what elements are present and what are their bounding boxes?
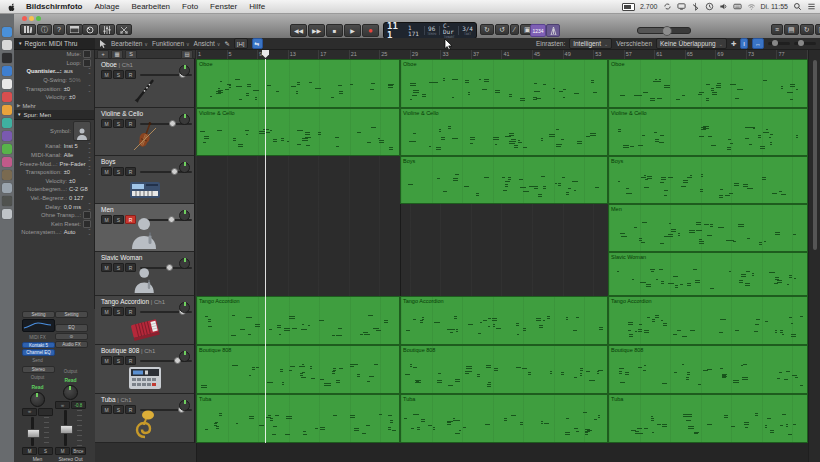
inspector-value[interactable]: ±0 <box>69 178 91 184</box>
vertical-scrollbar[interactable] <box>813 60 817 250</box>
track-header-boys[interactable]: BoysMSR <box>95 156 195 204</box>
track-header-oboe[interactable]: Oboe | Ch1MSR <box>95 59 195 108</box>
peak-display[interactable]: ∞ <box>55 401 70 409</box>
mute-button[interactable]: M <box>22 447 37 455</box>
strip-button[interactable]: Setting <box>22 311 55 318</box>
master-volume-slider[interactable] <box>637 27 691 34</box>
track-mute-button[interactable]: M <box>101 167 112 176</box>
midi-region[interactable]: Boutique 808 <box>196 345 400 394</box>
zoom-window-button[interactable] <box>36 16 41 21</box>
track-pan-knob[interactable] <box>179 351 190 362</box>
pan-knob[interactable] <box>63 385 78 400</box>
volume-icon[interactable] <box>719 2 728 11</box>
menu-item-ablage[interactable]: Ablage <box>88 2 125 11</box>
fader-cap[interactable] <box>60 425 73 434</box>
track-symbol-well[interactable] <box>73 121 91 141</box>
snap-dropdown[interactable]: Intelligent⌄ <box>569 38 612 49</box>
dock-app-icon[interactable] <box>2 157 12 167</box>
midi-region[interactable]: Tuba <box>196 394 400 443</box>
pencil-tool-icon[interactable]: ✎ <box>224 40 229 48</box>
dock-app-icon[interactable] <box>2 144 12 154</box>
marquee-tool-button[interactable]: [H] <box>234 38 248 49</box>
track-pan-knob[interactable] <box>179 114 190 125</box>
dock-app-icon[interactable] <box>2 183 12 193</box>
arrange-area[interactable]: OboeOboeOboeVioline & CelloVioline & Cel… <box>196 59 808 462</box>
header-options-icon[interactable]: ▤ <box>181 50 193 59</box>
solo-button[interactable]: Bnce <box>71 447 86 455</box>
display-icon[interactable] <box>677 2 686 11</box>
track-record-button[interactable]: R <box>125 167 136 176</box>
midi-region[interactable]: Violine & Cello <box>608 108 808 156</box>
horizontal-zoom-slider[interactable] <box>794 42 816 45</box>
midi-region[interactable]: Oboe <box>400 59 608 108</box>
automation-mode[interactable]: Read <box>55 376 86 384</box>
dock-app-icon[interactable] <box>2 92 12 102</box>
inspector-value[interactable]: Alle <box>64 152 86 158</box>
track-solo-button[interactable]: S <box>113 356 124 365</box>
track-pan-knob[interactable] <box>179 65 190 76</box>
battery-icon[interactable] <box>622 3 635 11</box>
menu-clock[interactable]: Di. 11:55 <box>761 3 789 10</box>
plugin-slot[interactable]: Kontakt 5 <box>22 342 55 348</box>
duplicate-track-button[interactable]: ▦ <box>111 50 123 59</box>
track-mute-button[interactable]: M <box>101 356 112 365</box>
stepper-icon[interactable]: ⌃⌄ <box>88 169 91 175</box>
track-solo-button[interactable]: S <box>113 307 124 316</box>
track-header-slavic-woman[interactable]: Slavic WomanMSR <box>95 252 195 296</box>
dock-app-icon[interactable] <box>2 105 12 115</box>
track-header-violine-cello[interactable]: Violine & CelloMSR <box>95 108 195 156</box>
stepper-icon[interactable]: ⌃⌄ <box>88 68 91 74</box>
track-pan-knob[interactable] <box>179 210 190 221</box>
peak-display[interactable]: ∞ <box>22 408 37 416</box>
global-solo-button[interactable]: S <box>125 50 137 59</box>
inspector-checkbox[interactable] <box>83 59 91 67</box>
track-mute-button[interactable]: M <box>101 307 112 316</box>
fader-cap[interactable] <box>27 429 40 438</box>
track-pan-knob[interactable] <box>179 400 190 411</box>
menu-item-hilfe[interactable]: Hilfe <box>243 2 271 11</box>
mixer-button[interactable] <box>99 24 115 35</box>
media-browser-button[interactable]: ◫ <box>815 24 820 35</box>
close-window-button[interactable] <box>22 16 27 21</box>
play-button[interactable]: ▶ <box>344 24 361 37</box>
track-mute-button[interactable]: M <box>101 405 112 414</box>
gain-display[interactable] <box>38 408 53 416</box>
inspector-value[interactable]: aus <box>64 68 86 74</box>
stepper-icon[interactable]: ⌃⌄ <box>88 203 91 209</box>
stepper-icon[interactable]: ⌃⌄ <box>88 85 91 91</box>
minimize-window-button[interactable] <box>29 16 34 21</box>
region-inspector-header[interactable]: ▼Region: MIDI Thru <box>14 38 95 50</box>
catch-playhead-button[interactable]: ⇆ <box>252 38 263 49</box>
track-solo-button[interactable]: S <box>113 215 124 224</box>
inspector-value[interactable]: 50% <box>69 77 91 83</box>
volume-fader[interactable] <box>55 410 86 446</box>
metronome-button[interactable] <box>546 24 560 37</box>
autopunch-button[interactable]: ⁄ <box>510 24 519 35</box>
stepper-icon[interactable]: ⌃⌄ <box>88 152 91 158</box>
timemachine-icon[interactable] <box>705 2 714 11</box>
solo-button[interactable]: S <box>38 447 53 455</box>
track-pan-knob[interactable] <box>179 302 190 313</box>
stepper-icon[interactable]: ⌃⌄ <box>88 143 91 149</box>
inspector-checkbox[interactable] <box>83 211 91 219</box>
midi-region[interactable]: Violine & Cello <box>196 108 400 156</box>
playhead[interactable] <box>265 59 266 443</box>
library-button[interactable] <box>20 24 36 35</box>
midi-region[interactable]: Boutique 808 <box>400 345 608 394</box>
pointer-tool-icon[interactable] <box>99 40 107 48</box>
menu-item-fenster[interactable]: Fenster <box>204 2 243 11</box>
midi-region[interactable]: Men <box>608 204 808 252</box>
midi-region[interactable]: Boutique 808 <box>608 345 808 394</box>
strip-button[interactable]: ⊙ <box>55 333 88 340</box>
track-solo-button[interactable]: S <box>113 405 124 414</box>
dock-app-icon[interactable] <box>2 79 12 89</box>
midi-region[interactable]: Violine & Cello <box>400 108 608 156</box>
add-track-button[interactable]: + <box>97 50 109 59</box>
midi-region[interactable]: Tango Accordion <box>608 296 808 345</box>
track-pan-knob[interactable] <box>179 258 190 269</box>
apple-icon[interactable] <box>8 3 16 11</box>
lcd-display[interactable]: 11 1 1 171 96Tempo C-DurTonart 3/4Takt <box>383 22 477 39</box>
dock-app-icon[interactable] <box>2 118 12 128</box>
menu-item-bearbeiten[interactable]: Bearbeiten <box>125 2 176 11</box>
inspector-button[interactable]: ⓘ <box>37 24 52 35</box>
